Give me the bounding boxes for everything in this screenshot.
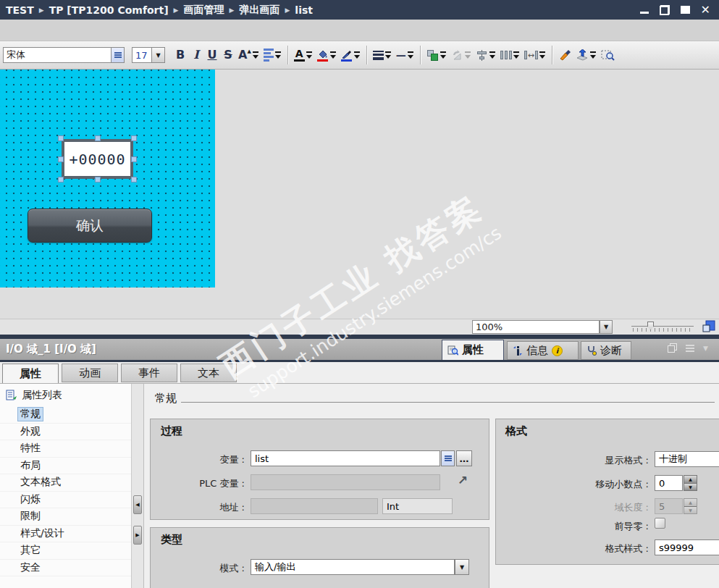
paint-bucket-icon — [317, 49, 329, 59]
fill-color-dropdown-icon[interactable] — [330, 51, 337, 60]
match-size-button[interactable]: ↔ — [523, 46, 547, 64]
subtab-properties[interactable]: 属性 — [2, 364, 59, 384]
goto-plc-tag-icon[interactable]: ↗ — [458, 473, 468, 487]
tab-diagnostics[interactable]: 诊断 — [581, 341, 631, 360]
restore-icon[interactable] — [660, 5, 670, 15]
spin-down-icon[interactable]: ▼ — [684, 484, 697, 491]
distribute-button[interactable] — [499, 46, 521, 64]
fit-to-window-icon[interactable] — [702, 319, 716, 333]
line-weight-button[interactable] — [371, 46, 393, 64]
underline-button[interactable]: U — [205, 46, 219, 64]
font-enlarge-dropdown-icon[interactable] — [253, 51, 259, 60]
nav-item-characteristics[interactable]: 特性 — [0, 440, 131, 458]
font-size-combobox[interactable]: 17 ▼ — [132, 47, 165, 63]
property-list-header[interactable]: 属性列表 — [0, 384, 131, 406]
font-list-icon[interactable] — [112, 47, 125, 63]
format-painter-button[interactable] — [557, 46, 573, 64]
rotate-dropdown-icon[interactable] — [465, 51, 471, 60]
nav-item-limits[interactable]: 限制 — [0, 508, 131, 526]
nav-item-appearance[interactable]: 外观 — [0, 424, 131, 441]
fill-color-button[interactable] — [316, 46, 338, 64]
close-icon[interactable]: ✕ — [701, 4, 710, 16]
minimize-icon[interactable] — [640, 12, 649, 14]
panel-list-icon[interactable] — [686, 345, 694, 352]
float-panel-icon[interactable] — [668, 343, 677, 353]
text-align-dropdown-icon[interactable] — [275, 51, 282, 60]
strikethrough-button[interactable]: S — [221, 46, 235, 64]
zoom-dropdown-icon[interactable]: ▼ — [600, 320, 613, 334]
leading-zeros-checkbox[interactable] — [655, 518, 665, 529]
tag-list-picker-icon[interactable] — [441, 450, 455, 466]
font-color-button[interactable]: A — [293, 46, 314, 64]
collapse-panel-icon[interactable]: ▼ — [703, 345, 708, 352]
subtab-events[interactable]: 事件 — [121, 364, 177, 382]
font-name-value[interactable]: 宋体 — [3, 47, 112, 63]
line-weight-dropdown-icon[interactable] — [385, 51, 392, 60]
font-size-dropdown-icon[interactable]: ▼ — [152, 47, 165, 63]
collapse-right-icon[interactable]: ▶ — [133, 526, 142, 545]
line-style-button[interactable]: — — [395, 46, 416, 64]
spin-up-icon[interactable]: ▲ — [684, 476, 697, 484]
nav-item-general[interactable]: 常规 — [0, 406, 131, 424]
breadcrumb-item-device[interactable]: TP [TP1200 Comfort] — [49, 4, 169, 16]
nav-item-security[interactable]: 安全 — [0, 560, 131, 577]
nav-item-misc[interactable]: 其它 — [0, 542, 131, 560]
resize-handle-se[interactable] — [131, 177, 137, 182]
resize-handle-n[interactable] — [95, 135, 101, 141]
border-color-button[interactable] — [340, 46, 362, 64]
mode-dropdown-icon[interactable]: ▼ — [455, 559, 469, 575]
zoom-level-combobox[interactable]: 100% — [472, 320, 600, 334]
tab-diagnostics-label: 诊断 — [600, 344, 622, 358]
arrange-order-dropdown-icon[interactable] — [440, 51, 447, 60]
resize-handle-ne[interactable] — [131, 135, 137, 141]
mode-combobox[interactable]: 输入/输出 — [251, 559, 455, 575]
move-layer-dropdown-icon[interactable] — [590, 51, 597, 60]
border-color-dropdown-icon[interactable] — [354, 51, 361, 60]
zoom-slider[interactable] — [631, 321, 694, 332]
resize-handle-e[interactable] — [131, 156, 137, 162]
italic-button[interactable]: I — [189, 46, 203, 64]
subtab-animations[interactable]: 动画 — [62, 364, 118, 382]
align-dropdown-icon[interactable] — [489, 51, 496, 60]
nav-item-layout[interactable]: 布局 — [0, 458, 131, 475]
text-align-button[interactable] — [262, 46, 283, 64]
match-size-dropdown-icon[interactable] — [539, 51, 546, 60]
zoom-area-button[interactable] — [600, 46, 616, 64]
resize-handle-s[interactable] — [95, 177, 101, 182]
io-field[interactable]: +00000 — [62, 139, 133, 179]
arrange-order-button[interactable] — [425, 46, 448, 64]
collapse-left-icon[interactable]: ◀ — [133, 495, 142, 514]
breadcrumb-item-project[interactable]: TEST — [6, 4, 34, 16]
nav-item-flashing[interactable]: 闪烁 — [0, 492, 131, 509]
breadcrumb-item-screen-mgmt[interactable]: 画面管理 — [184, 4, 224, 17]
nav-item-styles-designs[interactable]: 样式/设计 — [0, 526, 131, 543]
tag-input[interactable]: list — [251, 450, 440, 466]
align-button[interactable] — [474, 46, 497, 64]
resize-handle-nw[interactable] — [58, 135, 64, 141]
tab-properties[interactable]: 属性 — [442, 340, 504, 360]
resize-handle-sw[interactable] — [58, 177, 64, 182]
font-name-combobox[interactable]: 宋体 — [3, 47, 125, 63]
bold-button[interactable]: B — [173, 46, 188, 64]
confirm-button[interactable]: 确认 — [28, 209, 152, 243]
nav-splitter[interactable]: ◀ ▶ — [132, 384, 144, 588]
font-enlarge-button[interactable]: A▲ — [237, 46, 261, 64]
tab-info[interactable]: 信息 i — [507, 341, 579, 360]
breadcrumb-item-popup-screens[interactable]: 弹出画面 — [239, 4, 279, 17]
nav-item-text-format[interactable]: 文本格式 — [0, 474, 131, 492]
shift-decimal-spinner[interactable]: ▲ ▼ — [684, 475, 697, 491]
distribute-dropdown-icon[interactable] — [513, 51, 520, 60]
format-pattern-input[interactable]: s99999 — [655, 539, 719, 555]
maximize-icon[interactable] — [681, 6, 690, 14]
breadcrumb-item-screen[interactable]: list — [295, 4, 313, 16]
tag-browse-button[interactable]: … — [456, 450, 472, 466]
resize-handle-w[interactable] — [58, 156, 64, 162]
font-color-dropdown-icon[interactable] — [306, 51, 313, 60]
font-size-value[interactable]: 17 — [132, 47, 152, 63]
subtab-texts[interactable]: 文本 — [180, 364, 237, 382]
line-style-dropdown-icon[interactable] — [408, 51, 414, 60]
rotate-button[interactable] — [450, 46, 473, 64]
move-layer-button[interactable] — [574, 46, 598, 64]
display-format-combobox[interactable]: 十进制 — [655, 451, 719, 467]
shift-decimal-input[interactable]: 0 — [655, 475, 683, 491]
